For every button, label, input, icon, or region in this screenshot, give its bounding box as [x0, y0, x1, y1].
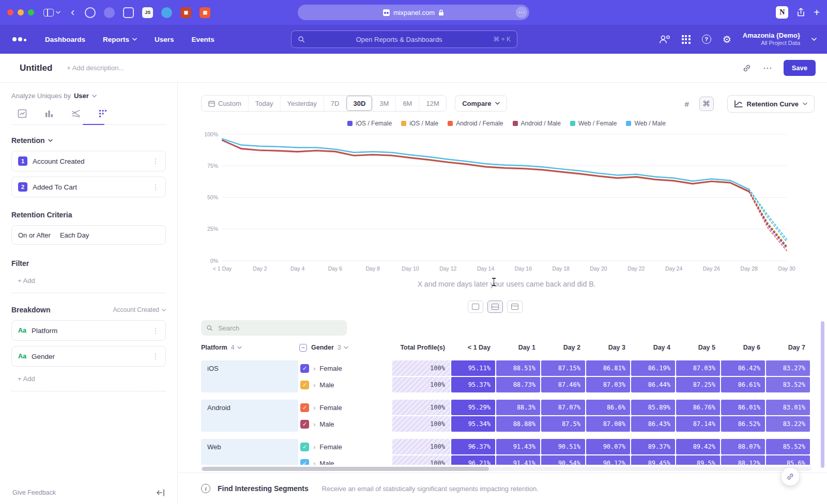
breakdown-card-platform[interactable]: Aa Platform ⋮ [11, 320, 166, 341]
series-checkbox[interactable]: ✓ [300, 403, 309, 412]
kebab-menu-icon[interactable]: ⋮ [152, 157, 159, 165]
layout-table-only-button[interactable] [507, 301, 523, 313]
platform-column-header[interactable]: Platform4 [201, 344, 298, 351]
range-30d[interactable]: 30D [346, 96, 372, 111]
retention-section-title[interactable]: Retention [11, 136, 45, 145]
retention-value-cell[interactable]: 95.34% [451, 416, 495, 432]
breakdown-scope-select[interactable]: Account Created [113, 306, 166, 313]
retention-value-cell[interactable]: 85.6% [766, 455, 810, 465]
kebab-menu-icon[interactable]: ⋮ [152, 183, 159, 191]
series-checkbox[interactable]: ✓ [300, 443, 309, 451]
retention-value-cell[interactable]: 83.52% [766, 377, 810, 392]
horizontal-scrollbar[interactable] [201, 467, 811, 471]
step-card-added-to-cart[interactable]: 2 Added To Cart ⋮ [11, 177, 166, 197]
collapse-sidebar-icon[interactable] [157, 489, 165, 496]
retention-value-cell[interactable]: 86.43% [631, 416, 675, 432]
demo-users-icon[interactable] [659, 35, 670, 44]
retention-value-cell[interactable]: 88.73% [496, 377, 540, 392]
more-options-icon[interactable]: ⋯ [763, 62, 772, 74]
gender-cell[interactable]: ✓›Female [299, 439, 391, 454]
series-checkbox[interactable]: ✓ [300, 364, 309, 373]
minimize-window-button[interactable] [18, 9, 24, 15]
retention-value-cell[interactable]: 90.07% [586, 439, 630, 454]
keyboard-shortcuts-icon[interactable]: ⌘ [699, 97, 714, 111]
retention-value-cell[interactable]: 96.37% [451, 439, 495, 454]
close-window-button[interactable] [7, 9, 13, 15]
kebab-menu-icon[interactable]: ⋮ [152, 326, 159, 335]
breakdown-card-gender[interactable]: Aa Gender ⋮ [11, 346, 166, 367]
retention-value-cell[interactable]: 89.45% [631, 455, 675, 465]
settings-gear-icon[interactable]: ⚙ [723, 34, 731, 45]
gender-cell[interactable]: ✓›Male [299, 455, 391, 465]
back-button[interactable]: ‹ [71, 7, 74, 18]
project-switcher[interactable]: Amazonia {Demo} All Project Data [743, 32, 800, 47]
clock-extension-icon[interactable] [85, 7, 96, 18]
analyze-entity-select[interactable]: User [74, 92, 89, 100]
legend-item[interactable]: iOS / Female [347, 120, 392, 127]
legend-item[interactable]: Android / Male [513, 120, 561, 127]
retention-value-cell[interactable]: 86.44% [631, 377, 675, 392]
range-yesterday[interactable]: Yesterday [280, 96, 324, 111]
total-column-header[interactable]: Total Profile(s) [392, 344, 450, 351]
retention-value-cell[interactable]: 95.29% [451, 400, 495, 415]
copy-link-icon[interactable] [742, 64, 752, 73]
tab-flows[interactable] [69, 108, 83, 119]
legend-item[interactable]: Web / Male [626, 120, 665, 127]
step-card-account-created[interactable]: 1 Account Created ⋮ [11, 151, 166, 171]
help-icon[interactable]: ? [702, 35, 711, 44]
retention-value-cell[interactable]: 83.27% [766, 360, 810, 376]
retention-value-cell[interactable]: 83.01% [766, 400, 810, 415]
expand-chevron-icon[interactable]: › [313, 443, 315, 451]
retention-value-cell[interactable]: 87.07% [541, 400, 585, 415]
range-7d[interactable]: 7D [324, 96, 346, 111]
legend-item[interactable]: Android / Female [448, 120, 503, 127]
gender-cell[interactable]: ✓›Male [299, 377, 391, 392]
tab-retention[interactable] [96, 108, 110, 119]
retention-value-cell[interactable]: 88.12% [721, 455, 765, 465]
circle-extension-icon[interactable] [104, 7, 115, 18]
add-filter-button[interactable]: + Add [11, 274, 166, 293]
layout-split-button[interactable] [487, 301, 503, 313]
expand-chevron-icon[interactable]: › [313, 420, 315, 428]
day-column-header[interactable]: Day 2 [541, 344, 585, 351]
platform-cell[interactable]: Web [201, 439, 298, 465]
series-checkbox[interactable]: ✓ [300, 459, 309, 465]
layout-chart-only-button[interactable] [468, 301, 483, 313]
nav-item-dashboards[interactable]: Dashboards [45, 36, 85, 43]
tab-insights[interactable] [16, 108, 29, 119]
table-search[interactable] [201, 320, 347, 336]
series-line[interactable] [222, 139, 749, 190]
compare-button[interactable]: Compare [455, 95, 507, 112]
platform-cell[interactable]: Android [201, 400, 298, 432]
give-feedback-link[interactable]: Give Feedback [12, 489, 56, 496]
retention-value-cell[interactable]: 86.61% [721, 377, 765, 392]
share-link-fab[interactable] [781, 467, 800, 486]
expand-chevron-icon[interactable]: › [313, 404, 315, 412]
expand-chevron-icon[interactable]: › [313, 460, 315, 465]
notion-extension-icon[interactable]: N [776, 6, 788, 19]
retention-value-cell[interactable]: 90.54% [541, 455, 585, 465]
retention-value-cell[interactable]: 89.5% [676, 455, 720, 465]
day-column-header[interactable]: Day 7 [766, 344, 810, 351]
maximize-window-button[interactable] [28, 9, 34, 15]
retention-value-cell[interactable]: 86.6% [586, 400, 630, 415]
retention-value-cell[interactable]: 88.51% [496, 360, 540, 376]
add-description[interactable]: + Add description... [67, 64, 124, 72]
chart-type-select[interactable]: Retention Curve [727, 95, 815, 113]
range-3m[interactable]: 3M [372, 96, 395, 111]
mixpanel-logo[interactable] [12, 37, 26, 41]
expand-chevron-icon[interactable]: › [313, 381, 315, 389]
mixpanel-extension-icon[interactable]: ▣ [180, 7, 191, 18]
address-options-button[interactable]: ⋯ [516, 7, 527, 18]
day-column-header[interactable]: Day 4 [631, 344, 675, 351]
table-search-input[interactable] [217, 324, 342, 333]
day-column-header[interactable]: Day 5 [676, 344, 720, 351]
criteria-interval-select[interactable]: Each Day [60, 231, 89, 239]
retention-value-cell[interactable]: 90.12% [586, 455, 630, 465]
retention-value-cell[interactable]: 91.41% [496, 455, 540, 465]
range-custom[interactable]: Custom [202, 96, 248, 111]
retention-value-cell[interactable]: 88.3% [496, 400, 540, 415]
legend-item[interactable]: iOS / Male [401, 120, 438, 127]
retention-value-cell[interactable]: 87.46% [541, 377, 585, 392]
retention-value-cell[interactable]: 87.25% [676, 377, 720, 392]
